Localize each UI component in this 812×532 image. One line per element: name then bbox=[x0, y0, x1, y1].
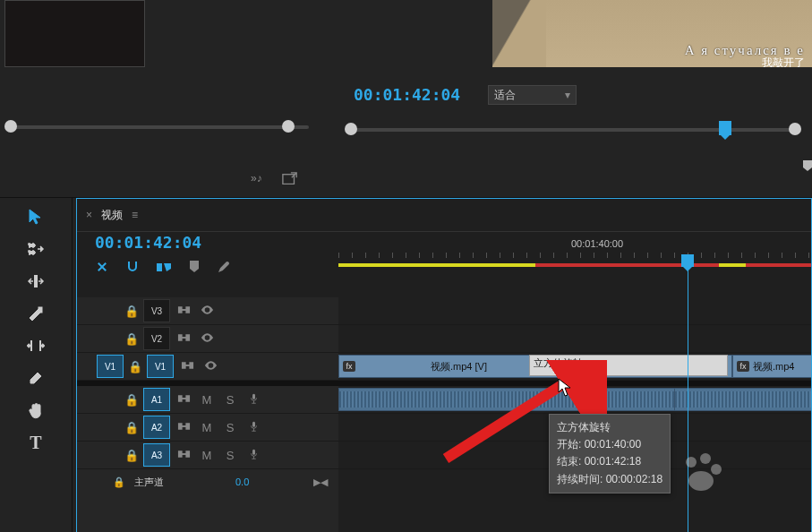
track-header-a2[interactable]: 🔒 A2 M S bbox=[77, 414, 338, 442]
lock-icon[interactable]: 🔒 bbox=[125, 360, 145, 373]
expand-icon[interactable]: ▶◀ bbox=[313, 476, 328, 488]
video-clip-2[interactable]: fx 视频.mp4 bbox=[732, 355, 811, 378]
track-header-a1[interactable]: 🔒 A1 M S bbox=[77, 386, 338, 414]
lane-v3[interactable] bbox=[338, 297, 811, 325]
solo-button[interactable]: S bbox=[218, 393, 242, 407]
zoom-level-select[interactable]: 适合 bbox=[488, 85, 577, 105]
lock-icon[interactable]: 🔒 bbox=[122, 332, 141, 346]
track-label-v3[interactable]: V3 bbox=[143, 299, 170, 322]
timeline-clips-area[interactable]: 00:01:40:00 fx 视频.mp4 [V] bbox=[338, 235, 811, 532]
insert-icon[interactable]: »♪ bbox=[251, 172, 267, 184]
sequence-panel: × 视频 ≡ 00:01:42:04 🔒 V3 bbox=[76, 198, 812, 532]
ruler-label: 00:01:40:00 bbox=[571, 238, 623, 249]
fx-badge-icon: fx bbox=[737, 361, 749, 372]
eye-icon[interactable] bbox=[195, 332, 218, 346]
master-label: 主声道 bbox=[134, 476, 164, 489]
source-patch-v1[interactable]: V1 bbox=[97, 355, 124, 378]
time-ruler[interactable]: 00:01:40:00 bbox=[338, 235, 811, 270]
mute-button[interactable]: M bbox=[195, 393, 218, 407]
settings-icon[interactable] bbox=[217, 260, 231, 277]
voiceover-icon[interactable] bbox=[242, 421, 265, 434]
lock-icon[interactable]: 🔒 bbox=[122, 393, 141, 407]
add-marker-button[interactable] bbox=[801, 159, 812, 188]
sync-lock-icon[interactable] bbox=[172, 393, 195, 407]
transition-label: 立方体旋转 bbox=[534, 356, 583, 370]
track-select-tool[interactable] bbox=[22, 236, 49, 262]
sync-lock-icon[interactable] bbox=[172, 449, 195, 462]
export-frame-icon[interactable] bbox=[282, 172, 298, 184]
voiceover-icon[interactable] bbox=[242, 393, 265, 407]
program-preview[interactable]: А я стучался в е 我敲开了 bbox=[492, 0, 812, 67]
type-tool[interactable]: T bbox=[22, 429, 49, 456]
program-timecode[interactable]: 00:01:42:04 bbox=[354, 85, 460, 104]
track-label-a3[interactable]: A3 bbox=[143, 443, 170, 467]
sequence-title[interactable]: 视频 bbox=[101, 208, 123, 223]
lock-icon[interactable]: 🔒 bbox=[113, 476, 125, 488]
svg-rect-13 bbox=[184, 365, 190, 366]
mute-button[interactable]: M bbox=[195, 449, 218, 462]
lock-icon[interactable]: 🔒 bbox=[122, 449, 141, 462]
svg-rect-17 bbox=[252, 393, 255, 399]
selection-tool[interactable] bbox=[22, 203, 49, 230]
track-header-a3[interactable]: 🔒 A3 M S bbox=[77, 442, 338, 469]
svg-rect-20 bbox=[181, 425, 186, 427]
eye-icon[interactable] bbox=[195, 305, 218, 318]
pen-tool[interactable] bbox=[22, 365, 49, 391]
solo-button[interactable]: S bbox=[218, 421, 242, 434]
track-label-v2[interactable]: V2 bbox=[143, 327, 170, 350]
sequence-timecode[interactable]: 00:01:42:04 bbox=[95, 233, 201, 252]
track-label-v1[interactable]: V1 bbox=[147, 355, 174, 378]
lane-v2[interactable] bbox=[338, 325, 811, 353]
transition-tooltip: 立方体旋转 开始: 00:01:40:00 结束: 00:01:42:18 持续… bbox=[549, 414, 671, 493]
fx-badge-icon: fx bbox=[343, 361, 355, 372]
solo-button[interactable]: S bbox=[218, 449, 242, 462]
lock-icon[interactable]: 🔒 bbox=[122, 421, 141, 434]
clip-label: 视频.mp4 [V] bbox=[431, 360, 487, 373]
hand-tool[interactable] bbox=[22, 397, 49, 424]
voiceover-icon[interactable] bbox=[242, 449, 265, 462]
audio-clip-1a[interactable] bbox=[338, 388, 679, 411]
playhead-indicator[interactable] bbox=[681, 254, 694, 267]
svg-point-27 bbox=[700, 453, 711, 464]
playhead-marker[interactable] bbox=[719, 121, 731, 135]
tool-palette: T bbox=[0, 198, 73, 532]
razor-tool[interactable] bbox=[22, 300, 49, 327]
master-level[interactable]: 0.0 bbox=[235, 476, 249, 487]
sync-lock-icon[interactable] bbox=[172, 305, 195, 318]
lane-a1[interactable] bbox=[338, 386, 811, 414]
audio-clip-1b[interactable] bbox=[674, 388, 811, 411]
svg-point-28 bbox=[711, 464, 722, 475]
source-monitor: »♪ bbox=[0, 0, 313, 179]
track-header-v1[interactable]: V1 🔒 V1 bbox=[77, 353, 338, 381]
insert-mode-icon[interactable] bbox=[95, 260, 109, 277]
svg-rect-16 bbox=[181, 398, 186, 399]
master-track-row[interactable]: 🔒 主声道 0.0 ▶◀ bbox=[77, 469, 338, 494]
eye-icon[interactable] bbox=[199, 360, 222, 373]
track-header-v3[interactable]: 🔒 V3 bbox=[77, 297, 338, 325]
sync-lock-icon[interactable] bbox=[175, 360, 199, 373]
track-label-a1[interactable]: A1 bbox=[143, 388, 170, 411]
slip-tool[interactable] bbox=[22, 332, 49, 359]
lane-v1[interactable]: fx 视频.mp4 [V] fx 视频.mp4 立方体旋转 bbox=[338, 353, 811, 381]
program-scrubber[interactable] bbox=[345, 121, 801, 148]
source-preview[interactable] bbox=[4, 0, 145, 67]
track-label-a2[interactable]: A2 bbox=[143, 416, 170, 439]
track-headers: 🔒 V3 🔒 V2 V1 🔒 V1 bbox=[77, 297, 339, 532]
close-panel-button[interactable]: × bbox=[86, 209, 92, 221]
sync-lock-icon[interactable] bbox=[172, 421, 195, 434]
svg-rect-3 bbox=[38, 307, 42, 313]
svg-point-29 bbox=[688, 471, 714, 491]
sync-lock-icon[interactable] bbox=[172, 332, 195, 346]
ripple-edit-tool[interactable] bbox=[22, 268, 49, 295]
marker-icon[interactable] bbox=[188, 260, 201, 277]
panel-menu-button[interactable]: ≡ bbox=[132, 209, 140, 221]
linked-selection-icon[interactable] bbox=[156, 260, 172, 277]
mute-button[interactable]: M bbox=[195, 421, 218, 434]
lock-icon[interactable]: 🔒 bbox=[122, 305, 141, 318]
svg-point-26 bbox=[686, 457, 697, 468]
svg-rect-0 bbox=[283, 175, 295, 184]
svg-rect-10 bbox=[181, 337, 186, 339]
source-zoom-slider[interactable] bbox=[4, 118, 309, 154]
track-header-v2[interactable]: 🔒 V2 bbox=[77, 325, 338, 353]
snap-toggle-icon[interactable] bbox=[125, 260, 140, 277]
